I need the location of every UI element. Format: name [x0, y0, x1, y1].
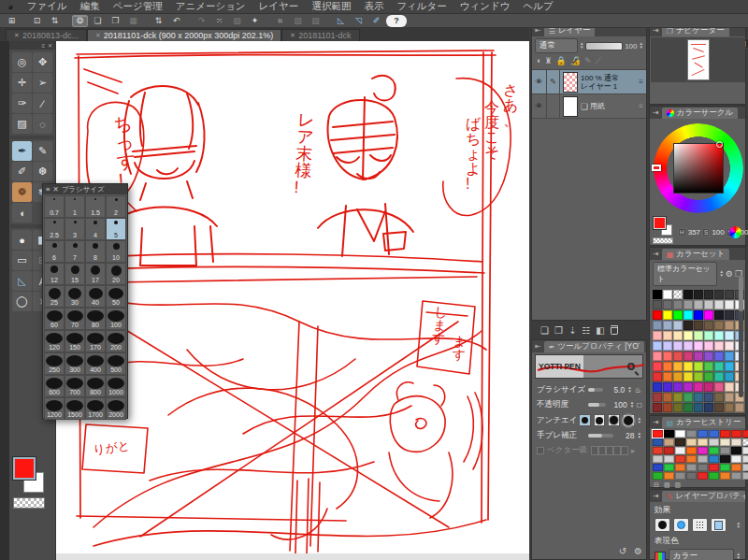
undo-icon[interactable]: ↶ — [168, 15, 184, 27]
color-swatch[interactable] — [698, 455, 708, 463]
color-swatch[interactable] — [653, 472, 663, 480]
color-swatch[interactable] — [742, 447, 748, 454]
brush-size-stepper[interactable]: ▲▼ — [627, 386, 631, 394]
figure-tool[interactable]: ▭ — [12, 251, 32, 270]
color-swatch[interactable] — [686, 472, 697, 480]
redo-icon[interactable]: ↷ — [194, 15, 209, 27]
triangle-snap-icon[interactable]: ◹ — [351, 15, 367, 27]
menu-item-表示[interactable]: 表示 — [364, 0, 383, 13]
color-swatch[interactable] — [725, 331, 734, 340]
color-swatch[interactable] — [704, 321, 713, 330]
color-swatch[interactable] — [725, 362, 734, 371]
brush-size-4[interactable]: 4 — [85, 218, 106, 240]
panel-collapse-icon[interactable]: ⇥ — [653, 108, 659, 117]
color-swatch[interactable] — [686, 464, 697, 471]
color-swatch[interactable] — [694, 382, 703, 392]
color-swatch[interactable] — [675, 438, 685, 446]
color-swatch[interactable] — [653, 300, 662, 309]
line-tool[interactable]: ∕ — [33, 93, 52, 113]
color-swatch[interactable] — [704, 300, 713, 309]
color-swatch[interactable] — [725, 352, 734, 361]
palette-close-icon[interactable]: ✕ — [48, 42, 52, 49]
zoom-tool[interactable]: ◎ — [12, 52, 32, 72]
brush-size-8[interactable]: 8 — [85, 240, 106, 263]
color-swatch[interactable] — [714, 310, 724, 320]
color-swatch[interactable] — [653, 290, 662, 299]
new-layer-icon[interactable]: ❏ — [540, 325, 549, 336]
color-swatch[interactable] — [653, 438, 663, 446]
ruler-snap-icon[interactable]: ◺ — [333, 15, 349, 27]
color-swatch[interactable] — [694, 372, 703, 381]
navigator-preview[interactable] — [651, 37, 745, 82]
layer-row[interactable]: 👁 ✎ 100 % 通常 レイヤー 1 ≡ — [532, 70, 646, 94]
new-folder-icon[interactable]: ❐ — [554, 325, 563, 336]
color-swatch[interactable] — [664, 447, 674, 454]
color-swatch[interactable] — [714, 382, 724, 392]
color-swatch[interactable] — [731, 472, 741, 480]
eraser-tool[interactable]: ◖ — [12, 203, 32, 223]
history-option-icon[interactable]: ⊟ — [654, 481, 659, 489]
brush-size-700[interactable]: 700 — [65, 375, 85, 397]
color-swatch[interactable] — [725, 321, 734, 330]
document-tab[interactable]: ✕20181101-dck — [281, 29, 359, 41]
brush-size-70[interactable]: 70 — [65, 308, 85, 330]
color-swatch[interactable] — [709, 464, 719, 471]
brush-size-200[interactable]: 200 — [106, 330, 126, 352]
brush-size-60[interactable]: 60 — [44, 308, 65, 330]
draft-icon[interactable]: ✎ — [584, 56, 592, 66]
menu-item-アニメーション[interactable]: アニメーション — [176, 0, 246, 13]
brush-size-palette-header[interactable]: ≡ ✕ ブラシサイズ — [43, 184, 127, 194]
pin-icon[interactable]: ♜ — [544, 56, 552, 66]
brush-size-2[interactable]: 2 — [106, 195, 126, 218]
extract-line-effect-button[interactable] — [711, 518, 726, 532]
color-swatch[interactable] — [720, 438, 730, 446]
brush-size-1[interactable]: 1 — [65, 195, 85, 218]
color-swatch[interactable] — [673, 290, 683, 299]
color-swatch[interactable] — [709, 472, 719, 480]
tone-effect-button[interactable] — [692, 518, 708, 532]
fill-tool[interactable]: ● — [12, 230, 32, 250]
color-swatch[interactable] — [673, 341, 683, 351]
color-swatch[interactable] — [742, 438, 748, 446]
color-swatch[interactable] — [720, 447, 730, 454]
color-set-scrollbar[interactable] — [739, 276, 743, 397]
brush-size-100[interactable]: 100 — [106, 308, 126, 330]
color-swatch[interactable] — [714, 362, 724, 371]
color-swatch[interactable] — [653, 331, 662, 340]
layer-menu-icon[interactable]: ≡ — [639, 102, 643, 110]
color-swatch[interactable] — [725, 310, 734, 320]
transfer-layer-icon[interactable]: ⇣ — [568, 325, 576, 336]
layer-mask-icon[interactable]: ◧ — [596, 325, 604, 336]
eyedropper-tool[interactable]: ✑ — [12, 93, 32, 113]
foreground-color-mini[interactable] — [654, 217, 666, 229]
color-swatch[interactable] — [742, 472, 748, 480]
menu-item-ページ管理[interactable]: ページ管理 — [113, 0, 163, 13]
blend-mode-select[interactable]: 通常 — [535, 38, 578, 53]
color-swatch[interactable] — [683, 290, 693, 299]
deselect-icon[interactable]: ⁙ — [211, 15, 227, 27]
menu-item-編集[interactable]: 編集 — [80, 0, 100, 13]
stabilization-slider[interactable] — [588, 434, 613, 438]
brush-size-17[interactable]: 17 — [85, 263, 106, 285]
brush-size-25[interactable]: 25 — [44, 285, 65, 308]
selection-tool[interactable]: ▨ — [12, 114, 32, 134]
special-ruler-snap-icon[interactable]: ✐ — [368, 15, 384, 27]
color-swatch[interactable] — [709, 438, 719, 446]
lock-icon[interactable]: 🔒 — [556, 56, 567, 66]
ruler-tool[interactable]: ◺ — [12, 271, 32, 291]
move-tool[interactable]: ✛ — [12, 73, 32, 93]
color-swatch[interactable] — [683, 352, 693, 361]
open-file-icon[interactable]: ❐ — [108, 15, 123, 27]
color-swatch[interactable] — [694, 341, 703, 351]
layer-opacity-slider[interactable] — [585, 42, 623, 50]
saturation-value-square[interactable] — [673, 143, 724, 194]
color-swatch[interactable] — [731, 447, 741, 454]
save-icon[interactable]: ▦ — [125, 15, 141, 27]
color-swatch[interactable] — [694, 403, 703, 412]
expression-color-stepper[interactable]: ▲▼ — [737, 553, 741, 560]
color-swatch[interactable] — [694, 352, 703, 361]
color-swatch[interactable] — [704, 352, 713, 361]
color-swatch[interactable] — [725, 382, 734, 392]
tool-settings-wrench-icon[interactable]: ⚙ — [634, 546, 642, 556]
fill-icon[interactable]: ✦ — [247, 15, 263, 27]
